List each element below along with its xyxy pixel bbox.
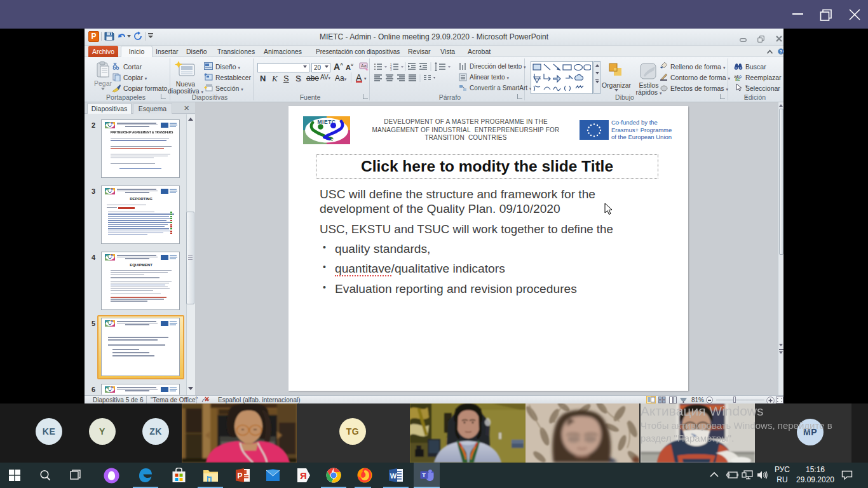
- svg-text:W: W: [390, 472, 397, 480]
- svg-text:Я: Я: [300, 470, 307, 481]
- svg-text:ac: ac: [735, 77, 740, 81]
- svg-text:3: 3: [390, 68, 392, 71]
- svg-text:Aa: Aa: [361, 64, 367, 68]
- svg-text:P: P: [238, 471, 243, 480]
- svg-text:T: T: [422, 472, 426, 478]
